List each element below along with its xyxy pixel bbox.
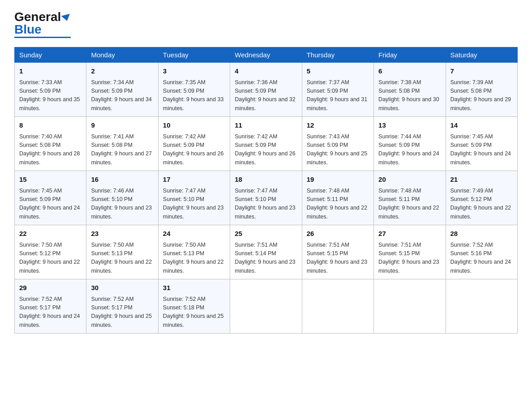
- day-number: 1: [19, 66, 82, 77]
- day-info: Sunrise: 7:51 AMSunset: 5:15 PMDaylight:…: [307, 241, 369, 276]
- calendar-cell: 26Sunrise: 7:51 AMSunset: 5:15 PMDayligh…: [302, 225, 373, 279]
- day-number: 5: [307, 66, 369, 77]
- day-info: Sunrise: 7:52 AMSunset: 5:18 PMDaylight:…: [163, 295, 225, 330]
- day-info: Sunrise: 7:48 AMSunset: 5:11 PMDaylight:…: [378, 187, 441, 222]
- day-info: Sunrise: 7:41 AMSunset: 5:08 PMDaylight:…: [91, 133, 153, 167]
- day-info: Sunrise: 7:42 AMSunset: 5:09 PMDaylight:…: [235, 133, 297, 167]
- day-info: Sunrise: 7:52 AMSunset: 5:17 PMDaylight:…: [91, 295, 153, 330]
- calendar-cell: 2Sunrise: 7:34 AMSunset: 5:09 PMDaylight…: [86, 63, 158, 117]
- day-number: 19: [307, 175, 369, 185]
- calendar-cell: 21Sunrise: 7:49 AMSunset: 5:12 PMDayligh…: [446, 171, 517, 225]
- day-number: 25: [235, 229, 297, 239]
- header-row: SundayMondayTuesdayWednesdayThursdayFrid…: [15, 47, 518, 63]
- day-number: 8: [19, 120, 82, 131]
- day-number: 20: [378, 175, 441, 185]
- day-number: 30: [91, 283, 153, 293]
- day-number: 18: [235, 175, 297, 185]
- calendar-cell: 27Sunrise: 7:51 AMSunset: 5:15 PMDayligh…: [374, 225, 446, 279]
- calendar-cell: 5Sunrise: 7:37 AMSunset: 5:09 PMDaylight…: [302, 63, 373, 117]
- day-info: Sunrise: 7:50 AMSunset: 5:12 PMDaylight:…: [19, 241, 82, 276]
- header-day-tuesday: Tuesday: [158, 47, 230, 63]
- calendar-cell: [374, 279, 446, 334]
- calendar-cell: 23Sunrise: 7:50 AMSunset: 5:13 PMDayligh…: [86, 225, 158, 279]
- calendar-cell: 9Sunrise: 7:41 AMSunset: 5:08 PMDaylight…: [86, 117, 158, 171]
- day-number: 31: [163, 283, 225, 293]
- day-info: Sunrise: 7:45 AMSunset: 5:09 PMDaylight:…: [450, 133, 513, 167]
- calendar-body: 1Sunrise: 7:33 AMSunset: 5:09 PMDaylight…: [15, 63, 518, 334]
- calendar-cell: 8Sunrise: 7:40 AMSunset: 5:08 PMDaylight…: [15, 117, 86, 171]
- page-header: General Blue: [14, 11, 518, 38]
- week-row-2: 8Sunrise: 7:40 AMSunset: 5:08 PMDaylight…: [15, 117, 518, 171]
- logo: General Blue: [14, 11, 71, 38]
- calendar-cell: [302, 279, 373, 334]
- day-info: Sunrise: 7:36 AMSunset: 5:09 PMDaylight:…: [235, 78, 297, 113]
- logo-blue: Blue: [14, 22, 42, 36]
- logo-line: [14, 37, 71, 38]
- header-day-monday: Monday: [86, 47, 158, 63]
- calendar-header: SundayMondayTuesdayWednesdayThursdayFrid…: [15, 47, 518, 63]
- calendar-cell: 13Sunrise: 7:44 AMSunset: 5:09 PMDayligh…: [374, 117, 446, 171]
- calendar-cell: 30Sunrise: 7:52 AMSunset: 5:17 PMDayligh…: [86, 279, 158, 334]
- calendar-cell: 4Sunrise: 7:36 AMSunset: 5:09 PMDaylight…: [230, 63, 302, 117]
- calendar-cell: 6Sunrise: 7:38 AMSunset: 5:08 PMDaylight…: [374, 63, 446, 117]
- day-number: 9: [91, 120, 153, 131]
- day-info: Sunrise: 7:37 AMSunset: 5:09 PMDaylight:…: [307, 78, 369, 113]
- day-info: Sunrise: 7:50 AMSunset: 5:13 PMDaylight:…: [91, 241, 153, 276]
- day-info: Sunrise: 7:48 AMSunset: 5:11 PMDaylight:…: [307, 187, 369, 222]
- calendar-cell: 25Sunrise: 7:51 AMSunset: 5:14 PMDayligh…: [230, 225, 302, 279]
- calendar-cell: 15Sunrise: 7:45 AMSunset: 5:09 PMDayligh…: [15, 171, 86, 225]
- day-number: 12: [307, 120, 369, 131]
- logo-triangle-icon: [61, 13, 72, 22]
- day-number: 17: [163, 175, 225, 185]
- day-info: Sunrise: 7:46 AMSunset: 5:10 PMDaylight:…: [91, 187, 153, 222]
- day-info: Sunrise: 7:51 AMSunset: 5:14 PMDaylight:…: [235, 241, 297, 276]
- header-day-thursday: Thursday: [302, 47, 373, 63]
- day-number: 28: [450, 229, 513, 239]
- calendar-cell: 7Sunrise: 7:39 AMSunset: 5:08 PMDaylight…: [446, 63, 517, 117]
- calendar-cell: 10Sunrise: 7:42 AMSunset: 5:09 PMDayligh…: [158, 117, 230, 171]
- day-number: 14: [450, 120, 513, 131]
- week-row-1: 1Sunrise: 7:33 AMSunset: 5:09 PMDaylight…: [15, 63, 518, 117]
- calendar-cell: 24Sunrise: 7:50 AMSunset: 5:13 PMDayligh…: [158, 225, 230, 279]
- day-info: Sunrise: 7:47 AMSunset: 5:10 PMDaylight:…: [235, 187, 297, 222]
- day-number: 6: [378, 66, 441, 77]
- day-info: Sunrise: 7:40 AMSunset: 5:08 PMDaylight:…: [19, 133, 82, 167]
- day-info: Sunrise: 7:45 AMSunset: 5:09 PMDaylight:…: [19, 187, 82, 222]
- day-number: 4: [235, 66, 297, 77]
- day-number: 23: [91, 229, 153, 239]
- day-info: Sunrise: 7:50 AMSunset: 5:13 PMDaylight:…: [163, 241, 225, 276]
- calendar-cell: 31Sunrise: 7:52 AMSunset: 5:18 PMDayligh…: [158, 279, 230, 334]
- day-number: 11: [235, 120, 297, 131]
- day-info: Sunrise: 7:33 AMSunset: 5:09 PMDaylight:…: [19, 78, 82, 113]
- calendar-table: SundayMondayTuesdayWednesdayThursdayFrid…: [14, 47, 518, 334]
- day-info: Sunrise: 7:51 AMSunset: 5:15 PMDaylight:…: [378, 241, 441, 276]
- day-number: 10: [163, 120, 225, 131]
- day-info: Sunrise: 7:42 AMSunset: 5:09 PMDaylight:…: [163, 133, 225, 167]
- day-info: Sunrise: 7:52 AMSunset: 5:16 PMDaylight:…: [450, 241, 513, 276]
- day-info: Sunrise: 7:39 AMSunset: 5:08 PMDaylight:…: [450, 78, 513, 113]
- day-number: 15: [19, 175, 82, 185]
- day-info: Sunrise: 7:44 AMSunset: 5:09 PMDaylight:…: [378, 133, 441, 167]
- day-number: 22: [19, 229, 82, 239]
- day-number: 7: [450, 66, 513, 77]
- day-info: Sunrise: 7:52 AMSunset: 5:17 PMDaylight:…: [19, 295, 82, 330]
- logo-text: General Blue: [14, 11, 71, 36]
- calendar-cell: 19Sunrise: 7:48 AMSunset: 5:11 PMDayligh…: [302, 171, 373, 225]
- day-number: 16: [91, 175, 153, 185]
- day-number: 29: [19, 283, 82, 293]
- day-info: Sunrise: 7:43 AMSunset: 5:09 PMDaylight:…: [307, 133, 369, 167]
- calendar-cell: 12Sunrise: 7:43 AMSunset: 5:09 PMDayligh…: [302, 117, 373, 171]
- day-info: Sunrise: 7:35 AMSunset: 5:09 PMDaylight:…: [163, 78, 225, 113]
- day-number: 24: [163, 229, 225, 239]
- calendar-cell: 28Sunrise: 7:52 AMSunset: 5:16 PMDayligh…: [446, 225, 517, 279]
- calendar-cell: 22Sunrise: 7:50 AMSunset: 5:12 PMDayligh…: [15, 225, 86, 279]
- logo-general: General: [14, 10, 61, 24]
- day-number: 13: [378, 120, 441, 131]
- calendar-cell: [230, 279, 302, 334]
- calendar-cell: 11Sunrise: 7:42 AMSunset: 5:09 PMDayligh…: [230, 117, 302, 171]
- header-day-wednesday: Wednesday: [230, 47, 302, 63]
- calendar-cell: 17Sunrise: 7:47 AMSunset: 5:10 PMDayligh…: [158, 171, 230, 225]
- calendar-cell: 14Sunrise: 7:45 AMSunset: 5:09 PMDayligh…: [446, 117, 517, 171]
- calendar-cell: 16Sunrise: 7:46 AMSunset: 5:10 PMDayligh…: [86, 171, 158, 225]
- day-info: Sunrise: 7:47 AMSunset: 5:10 PMDaylight:…: [163, 187, 225, 222]
